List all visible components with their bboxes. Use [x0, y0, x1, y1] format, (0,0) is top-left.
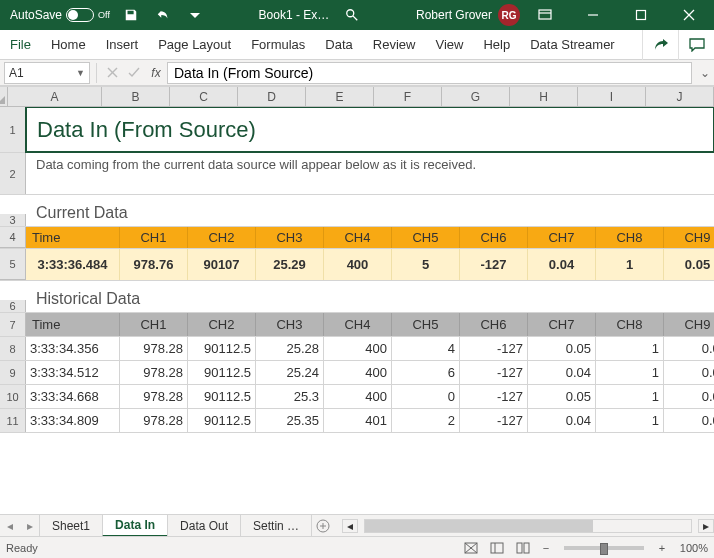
ribbon-tab-review[interactable]: Review: [363, 30, 426, 59]
cell[interactable]: CH1: [120, 313, 188, 336]
cell[interactable]: CH2: [188, 313, 256, 336]
sheet-title-cell[interactable]: Data In (From Source): [25, 107, 714, 153]
cell[interactable]: 90112.5: [188, 337, 256, 360]
row-header[interactable]: 3: [0, 214, 26, 226]
cell[interactable]: 0.04: [528, 249, 596, 280]
ribbon-tab-data[interactable]: Data: [315, 30, 362, 59]
cell[interactable]: 1: [596, 249, 664, 280]
cell[interactable]: CH3: [256, 313, 324, 336]
cell[interactable]: 978.76: [120, 249, 188, 280]
cell[interactable]: 3:33:34.809: [26, 409, 120, 432]
cell[interactable]: CH8: [596, 227, 664, 248]
cell[interactable]: -127: [460, 361, 528, 384]
ribbon-tab-view[interactable]: View: [425, 30, 473, 59]
cell[interactable]: CH3: [256, 227, 324, 248]
cell[interactable]: 0.05: [664, 249, 714, 280]
cell[interactable]: CH6: [460, 313, 528, 336]
row-header[interactable]: 7: [0, 313, 26, 336]
column-header[interactable]: G: [442, 87, 510, 106]
cell[interactable]: 400: [324, 385, 392, 408]
name-box[interactable]: A1 ▼: [4, 62, 90, 84]
zoom-slider[interactable]: [564, 546, 644, 550]
cell[interactable]: 978.28: [120, 361, 188, 384]
user-name[interactable]: Robert Grover: [416, 8, 496, 22]
chevron-down-icon[interactable]: ▼: [76, 68, 85, 78]
cell[interactable]: 90107: [188, 249, 256, 280]
comments-button[interactable]: [678, 30, 714, 60]
cell[interactable]: 2: [392, 409, 460, 432]
cell[interactable]: -127: [460, 337, 528, 360]
cell[interactable]: 0.05: [664, 337, 714, 360]
description-cell[interactable]: Data coming from the current data source…: [26, 153, 714, 194]
toggle-off-icon[interactable]: [66, 8, 94, 22]
cell[interactable]: CH4: [324, 313, 392, 336]
undo-button[interactable]: [148, 0, 178, 30]
cell[interactable]: -127: [460, 409, 528, 432]
column-header[interactable]: A: [8, 87, 102, 106]
sheet-tab[interactable]: Data Out: [167, 515, 241, 537]
cell[interactable]: CH4: [324, 227, 392, 248]
autosave-toggle[interactable]: AutoSave Off: [6, 8, 114, 22]
cell[interactable]: 978.28: [120, 337, 188, 360]
column-header[interactable]: B: [102, 87, 170, 106]
cell[interactable]: 25.28: [256, 337, 324, 360]
cell[interactable]: 0.05: [664, 385, 714, 408]
row-header[interactable]: 6: [0, 300, 26, 312]
normal-view-button[interactable]: [460, 539, 482, 557]
formula-bar-expand[interactable]: ⌄: [696, 66, 714, 80]
cell[interactable]: 0.05: [664, 361, 714, 384]
row-header[interactable]: 2: [0, 153, 26, 194]
qat-customize-button[interactable]: [180, 0, 210, 30]
cell[interactable]: 90112.5: [188, 409, 256, 432]
row-header[interactable]: 8: [0, 337, 26, 360]
column-header[interactable]: D: [238, 87, 306, 106]
share-button[interactable]: [642, 30, 678, 60]
cell[interactable]: 1: [596, 337, 664, 360]
horizontal-scrollbar[interactable]: [364, 519, 692, 533]
cell[interactable]: 0.05: [664, 409, 714, 432]
cell[interactable]: CH5: [392, 227, 460, 248]
cell[interactable]: CH2: [188, 227, 256, 248]
historical-data-heading[interactable]: Historical Data: [26, 290, 714, 312]
cell[interactable]: 1: [596, 409, 664, 432]
sheet-tab-active[interactable]: Data In: [102, 515, 168, 537]
cell[interactable]: 90112.5: [188, 385, 256, 408]
column-header[interactable]: H: [510, 87, 578, 106]
row-header[interactable]: 4: [0, 227, 26, 248]
sheet-tab[interactable]: Settin …: [240, 515, 312, 537]
cell[interactable]: 0.05: [528, 337, 596, 360]
scrollbar-thumb[interactable]: [365, 520, 593, 532]
search-button[interactable]: [337, 0, 367, 30]
ribbon-tab-formulas[interactable]: Formulas: [241, 30, 315, 59]
cell[interactable]: 3:33:34.668: [26, 385, 120, 408]
zoom-in-button[interactable]: +: [654, 542, 670, 554]
column-header[interactable]: C: [170, 87, 238, 106]
current-data-heading[interactable]: Current Data: [26, 204, 714, 226]
cell[interactable]: 401: [324, 409, 392, 432]
cell[interactable]: -127: [460, 385, 528, 408]
cell[interactable]: 25.3: [256, 385, 324, 408]
row-header[interactable]: 9: [0, 361, 26, 384]
ribbon-tab-datastreamer[interactable]: Data Streamer: [520, 30, 625, 59]
cell[interactable]: CH1: [120, 227, 188, 248]
cell[interactable]: 3:33:34.512: [26, 361, 120, 384]
ribbon-display-options[interactable]: [522, 0, 568, 30]
cell[interactable]: 3:33:36.484: [26, 249, 120, 280]
cell[interactable]: CH7: [528, 313, 596, 336]
row-header[interactable]: 11: [0, 409, 26, 432]
cell[interactable]: CH9: [664, 227, 714, 248]
cell[interactable]: CH5: [392, 313, 460, 336]
new-sheet-button[interactable]: [312, 519, 334, 533]
cell[interactable]: 25.35: [256, 409, 324, 432]
zoom-out-button[interactable]: −: [538, 542, 554, 554]
cell[interactable]: 0.04: [528, 409, 596, 432]
ribbon-tab-help[interactable]: Help: [473, 30, 520, 59]
cell[interactable]: Time: [26, 313, 120, 336]
user-avatar[interactable]: RG: [498, 4, 520, 26]
row-header[interactable]: 10: [0, 385, 26, 408]
cell[interactable]: 1: [596, 361, 664, 384]
cell[interactable]: 5: [392, 249, 460, 280]
cell[interactable]: Time: [26, 227, 120, 248]
column-header[interactable]: E: [306, 87, 374, 106]
ribbon-tab-file[interactable]: File: [0, 30, 41, 59]
